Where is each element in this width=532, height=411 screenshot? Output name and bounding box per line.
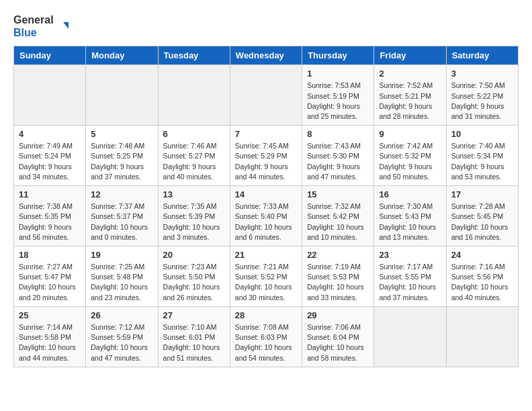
calendar-cell: 24Sunrise: 7:16 AM Sunset: 5:56 PM Dayli… [446, 246, 518, 307]
calendar-cell: 11Sunrise: 7:38 AM Sunset: 5:35 PM Dayli… [14, 186, 86, 246]
day-info: Sunrise: 7:52 AM Sunset: 5:21 PM Dayligh… [379, 81, 441, 122]
calendar-cell [446, 306, 518, 367]
weekday-header: Tuesday [158, 46, 230, 65]
day-info: Sunrise: 7:50 AM Sunset: 5:22 PM Dayligh… [451, 81, 513, 122]
calendar-cell: 25Sunrise: 7:14 AM Sunset: 5:58 PM Dayli… [14, 306, 86, 367]
day-info: Sunrise: 7:17 AM Sunset: 5:55 PM Dayligh… [379, 262, 441, 303]
logo-arrow-icon [56, 19, 70, 33]
weekday-header: Saturday [446, 46, 518, 65]
calendar-cell: 3Sunrise: 7:50 AM Sunset: 5:22 PM Daylig… [446, 65, 518, 126]
weekday-header: Thursday [302, 46, 374, 65]
calendar-cell [86, 65, 158, 126]
day-info: Sunrise: 7:32 AM Sunset: 5:42 PM Dayligh… [307, 201, 369, 242]
day-info: Sunrise: 7:33 AM Sunset: 5:40 PM Dayligh… [235, 201, 297, 242]
calendar-cell: 8Sunrise: 7:43 AM Sunset: 5:30 PM Daylig… [302, 126, 374, 186]
calendar-cell: 6Sunrise: 7:46 AM Sunset: 5:27 PM Daylig… [158, 126, 230, 186]
calendar-cell: 14Sunrise: 7:33 AM Sunset: 5:40 PM Dayli… [230, 186, 302, 246]
day-number: 24 [451, 250, 513, 260]
day-info: Sunrise: 7:49 AM Sunset: 5:24 PM Dayligh… [19, 141, 81, 182]
day-number: 4 [19, 129, 81, 139]
calendar-cell [374, 306, 446, 367]
day-info: Sunrise: 7:21 AM Sunset: 5:52 PM Dayligh… [235, 262, 297, 303]
day-info: Sunrise: 7:46 AM Sunset: 5:27 PM Dayligh… [163, 141, 225, 182]
logo-text: GeneralBlue [13, 13, 54, 39]
day-info: Sunrise: 7:23 AM Sunset: 5:50 PM Dayligh… [163, 262, 225, 303]
day-number: 20 [163, 250, 225, 260]
day-info: Sunrise: 7:27 AM Sunset: 5:47 PM Dayligh… [19, 262, 81, 303]
day-info: Sunrise: 7:28 AM Sunset: 5:45 PM Dayligh… [451, 201, 513, 242]
calendar-cell: 27Sunrise: 7:10 AM Sunset: 6:01 PM Dayli… [158, 306, 230, 367]
logo: GeneralBlue [13, 13, 70, 39]
calendar-cell: 18Sunrise: 7:27 AM Sunset: 5:47 PM Dayli… [14, 246, 86, 307]
svg-marker-1 [63, 22, 69, 29]
day-info: Sunrise: 7:38 AM Sunset: 5:35 PM Dayligh… [19, 201, 81, 242]
calendar-cell: 4Sunrise: 7:49 AM Sunset: 5:24 PM Daylig… [14, 126, 86, 186]
day-number: 3 [451, 68, 513, 79]
weekday-header: Friday [374, 46, 446, 65]
calendar-cell: 1Sunrise: 7:53 AM Sunset: 5:19 PM Daylig… [302, 65, 374, 126]
day-info: Sunrise: 7:48 AM Sunset: 5:25 PM Dayligh… [91, 141, 152, 182]
calendar-cell: 29Sunrise: 7:06 AM Sunset: 6:04 PM Dayli… [302, 306, 374, 367]
calendar-cell: 21Sunrise: 7:21 AM Sunset: 5:52 PM Dayli… [230, 246, 302, 307]
calendar-cell: 28Sunrise: 7:08 AM Sunset: 6:03 PM Dayli… [230, 306, 302, 367]
day-number: 15 [307, 189, 369, 199]
day-info: Sunrise: 7:43 AM Sunset: 5:30 PM Dayligh… [307, 141, 369, 182]
calendar-cell: 20Sunrise: 7:23 AM Sunset: 5:50 PM Dayli… [158, 246, 230, 307]
calendar-cell: 16Sunrise: 7:30 AM Sunset: 5:43 PM Dayli… [374, 186, 446, 246]
day-info: Sunrise: 7:35 AM Sunset: 5:39 PM Dayligh… [163, 201, 225, 242]
day-number: 14 [235, 189, 297, 199]
day-number: 2 [379, 68, 441, 79]
day-number: 9 [379, 129, 441, 139]
calendar-cell: 7Sunrise: 7:45 AM Sunset: 5:29 PM Daylig… [230, 126, 302, 186]
calendar-cell [230, 65, 302, 126]
day-info: Sunrise: 7:40 AM Sunset: 5:34 PM Dayligh… [451, 141, 513, 182]
calendar-cell: 23Sunrise: 7:17 AM Sunset: 5:55 PM Dayli… [374, 246, 446, 307]
calendar-cell: 5Sunrise: 7:48 AM Sunset: 5:25 PM Daylig… [86, 126, 158, 186]
day-number: 13 [163, 189, 225, 199]
calendar-cell: 22Sunrise: 7:19 AM Sunset: 5:53 PM Dayli… [302, 246, 374, 307]
day-number: 16 [379, 189, 441, 199]
calendar-cell: 17Sunrise: 7:28 AM Sunset: 5:45 PM Dayli… [446, 186, 518, 246]
day-number: 25 [19, 310, 81, 320]
weekday-header: Monday [86, 46, 158, 65]
weekday-header: Wednesday [230, 46, 302, 65]
calendar-cell: 26Sunrise: 7:12 AM Sunset: 5:59 PM Dayli… [86, 306, 158, 367]
day-info: Sunrise: 7:30 AM Sunset: 5:43 PM Dayligh… [379, 201, 441, 242]
day-number: 17 [451, 189, 513, 199]
day-info: Sunrise: 7:10 AM Sunset: 6:01 PM Dayligh… [163, 322, 225, 363]
day-info: Sunrise: 7:25 AM Sunset: 5:48 PM Dayligh… [91, 262, 152, 303]
day-info: Sunrise: 7:16 AM Sunset: 5:56 PM Dayligh… [451, 262, 513, 303]
calendar-cell: 12Sunrise: 7:37 AM Sunset: 5:37 PM Dayli… [86, 186, 158, 246]
calendar-cell: 15Sunrise: 7:32 AM Sunset: 5:42 PM Dayli… [302, 186, 374, 246]
calendar-cell [14, 65, 86, 126]
day-info: Sunrise: 7:14 AM Sunset: 5:58 PM Dayligh… [19, 322, 81, 363]
day-info: Sunrise: 7:08 AM Sunset: 6:03 PM Dayligh… [235, 322, 297, 363]
day-number: 23 [379, 250, 441, 260]
day-number: 28 [235, 310, 297, 320]
day-number: 8 [307, 129, 369, 139]
day-number: 22 [307, 250, 369, 260]
calendar-cell: 10Sunrise: 7:40 AM Sunset: 5:34 PM Dayli… [446, 126, 518, 186]
day-info: Sunrise: 7:42 AM Sunset: 5:32 PM Dayligh… [379, 141, 441, 182]
day-number: 18 [19, 250, 81, 260]
calendar-cell: 19Sunrise: 7:25 AM Sunset: 5:48 PM Dayli… [86, 246, 158, 307]
weekday-header: Sunday [14, 46, 86, 65]
day-number: 11 [19, 189, 81, 199]
day-info: Sunrise: 7:45 AM Sunset: 5:29 PM Dayligh… [235, 141, 297, 182]
calendar-table: SundayMondayTuesdayWednesdayThursdayFrid… [13, 46, 519, 367]
day-number: 21 [235, 250, 297, 260]
day-number: 19 [91, 250, 152, 260]
day-info: Sunrise: 7:53 AM Sunset: 5:19 PM Dayligh… [307, 81, 369, 122]
page-header: GeneralBlue [13, 13, 519, 39]
day-number: 1 [307, 68, 369, 79]
calendar-cell: 9Sunrise: 7:42 AM Sunset: 5:32 PM Daylig… [374, 126, 446, 186]
day-number: 5 [91, 129, 152, 139]
day-number: 7 [235, 129, 297, 139]
day-info: Sunrise: 7:37 AM Sunset: 5:37 PM Dayligh… [91, 201, 152, 242]
calendar-cell: 13Sunrise: 7:35 AM Sunset: 5:39 PM Dayli… [158, 186, 230, 246]
day-number: 27 [163, 310, 225, 320]
day-number: 12 [91, 189, 152, 199]
day-number: 29 [307, 310, 369, 320]
day-number: 26 [91, 310, 152, 320]
day-number: 10 [451, 129, 513, 139]
